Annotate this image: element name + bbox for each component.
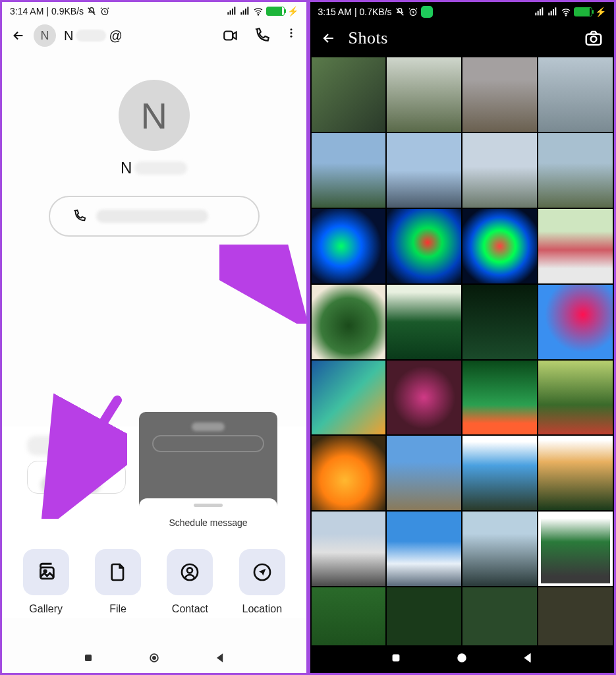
gallery-icon bbox=[35, 561, 57, 583]
svg-rect-42 bbox=[393, 655, 399, 661]
photo-thumb[interactable] bbox=[538, 209, 613, 283]
phone-number-pill[interactable] bbox=[49, 196, 260, 237]
photo-thumb[interactable] bbox=[462, 57, 537, 132]
attachment-gallery[interactable]: Gallery bbox=[23, 549, 69, 615]
contact-icon bbox=[179, 562, 200, 583]
photo-thumb[interactable] bbox=[538, 587, 613, 645]
svg-point-24 bbox=[187, 568, 192, 573]
photo-thumb[interactable] bbox=[312, 133, 386, 208]
svg-rect-36 bbox=[551, 11, 552, 16]
photo-thumb[interactable] bbox=[538, 436, 613, 510]
photo-grid[interactable] bbox=[310, 57, 615, 645]
photo-thumb[interactable] bbox=[462, 209, 537, 283]
attachment-contact[interactable]: Contact bbox=[167, 549, 213, 615]
mute-icon bbox=[395, 7, 405, 16]
charging-icon: ⚡ bbox=[595, 7, 606, 17]
nav-back-icon[interactable] bbox=[213, 651, 227, 667]
svg-rect-9 bbox=[247, 7, 248, 15]
photo-thumb[interactable] bbox=[462, 436, 537, 510]
svg-rect-38 bbox=[555, 7, 556, 15]
svg-rect-5 bbox=[234, 7, 235, 15]
photo-thumb[interactable] bbox=[312, 209, 386, 283]
photo-thumb[interactable] bbox=[387, 57, 461, 132]
photo-thumb[interactable] bbox=[387, 361, 461, 435]
avatar-large[interactable]: N bbox=[119, 80, 190, 151]
photo-thumb[interactable] bbox=[312, 361, 386, 435]
back-arrow-icon[interactable] bbox=[11, 28, 26, 43]
photo-thumb[interactable] bbox=[538, 57, 613, 132]
chat-title[interactable]: N @ bbox=[64, 28, 123, 44]
photo-thumb[interactable] bbox=[538, 133, 613, 208]
svg-point-13 bbox=[290, 32, 292, 34]
photo-thumb[interactable] bbox=[462, 361, 537, 435]
photo-thumb[interactable] bbox=[462, 512, 537, 586]
svg-point-12 bbox=[290, 28, 292, 30]
svg-rect-7 bbox=[242, 11, 244, 15]
battery-icon bbox=[266, 7, 285, 16]
photo-thumb[interactable] bbox=[387, 436, 461, 510]
svg-rect-11 bbox=[224, 32, 233, 40]
svg-rect-4 bbox=[232, 9, 233, 15]
android-navbar bbox=[310, 645, 615, 673]
alarm-icon bbox=[99, 7, 110, 16]
video-call-icon[interactable] bbox=[222, 27, 239, 44]
photo-thumb[interactable] bbox=[538, 361, 613, 435]
photo-thumb[interactable] bbox=[387, 512, 461, 586]
attachment-location[interactable]: Location bbox=[239, 549, 285, 615]
status-time: 3:14 AM bbox=[10, 6, 43, 16]
photo-thumb[interactable] bbox=[387, 133, 461, 208]
status-bar: 3:15 AM | 0.7KB/s ⚡ bbox=[310, 2, 615, 19]
mute-icon bbox=[86, 7, 97, 16]
svg-point-39 bbox=[565, 15, 566, 16]
recent-media-thumb[interactable]: Schedule message bbox=[139, 412, 277, 537]
photo-thumb[interactable] bbox=[387, 285, 461, 359]
app-notification-badge bbox=[421, 6, 433, 18]
avatar-small[interactable]: N bbox=[34, 24, 56, 47]
nav-recents-icon[interactable] bbox=[389, 651, 403, 667]
photo-thumb[interactable] bbox=[312, 587, 386, 645]
svg-rect-2 bbox=[227, 12, 229, 15]
attachment-file[interactable]: File bbox=[95, 549, 141, 615]
svg-point-41 bbox=[591, 36, 597, 42]
contact-name: N bbox=[121, 159, 187, 177]
redacted-text bbox=[96, 210, 208, 223]
svg-rect-6 bbox=[240, 12, 242, 15]
nav-back-icon[interactable] bbox=[521, 651, 534, 667]
more-menu-icon[interactable] bbox=[285, 27, 297, 44]
photo-thumb[interactable] bbox=[387, 209, 461, 283]
nav-home-icon[interactable] bbox=[148, 651, 161, 667]
photo-thumb[interactable] bbox=[462, 133, 537, 208]
chat-header: N N @ bbox=[2, 18, 306, 53]
photo-thumb[interactable] bbox=[538, 512, 613, 586]
nav-home-icon[interactable] bbox=[455, 651, 468, 667]
svg-rect-3 bbox=[229, 11, 231, 15]
signal-bars-icon bbox=[240, 7, 250, 16]
schedule-message-label: Schedule message bbox=[139, 512, 277, 537]
back-arrow-icon[interactable] bbox=[321, 30, 337, 46]
file-icon bbox=[107, 562, 128, 583]
svg-point-10 bbox=[258, 15, 258, 15]
photo-thumb[interactable] bbox=[312, 436, 386, 510]
attachment-label: File bbox=[109, 603, 126, 615]
voice-call-icon[interactable] bbox=[254, 27, 271, 44]
recent-media-thumb[interactable] bbox=[27, 461, 126, 494]
svg-rect-8 bbox=[245, 9, 246, 15]
signal-chat-screen: 3:14 AM | 0.9KB/s ⚡ N N @ bbox=[0, 0, 308, 675]
status-net: 0.9KB/s bbox=[51, 6, 84, 16]
photo-thumb[interactable] bbox=[312, 57, 386, 132]
svg-point-44 bbox=[461, 657, 463, 659]
gallery-screen: 3:15 AM | 0.7KB/s ⚡ Shots bbox=[308, 0, 617, 675]
location-icon bbox=[252, 562, 273, 583]
photo-thumb[interactable] bbox=[462, 285, 537, 359]
photo-thumb[interactable] bbox=[387, 587, 461, 645]
photo-thumb[interactable] bbox=[312, 512, 386, 586]
attachment-label: Contact bbox=[172, 603, 208, 615]
chat-body: N N bbox=[2, 53, 306, 645]
photo-thumb[interactable] bbox=[462, 587, 537, 645]
photo-thumb[interactable] bbox=[538, 285, 613, 359]
photo-thumb[interactable] bbox=[312, 285, 386, 359]
svg-rect-37 bbox=[553, 9, 554, 15]
nav-recents-icon[interactable] bbox=[82, 651, 95, 667]
camera-button-icon[interactable] bbox=[584, 28, 603, 48]
svg-rect-31 bbox=[535, 13, 536, 15]
